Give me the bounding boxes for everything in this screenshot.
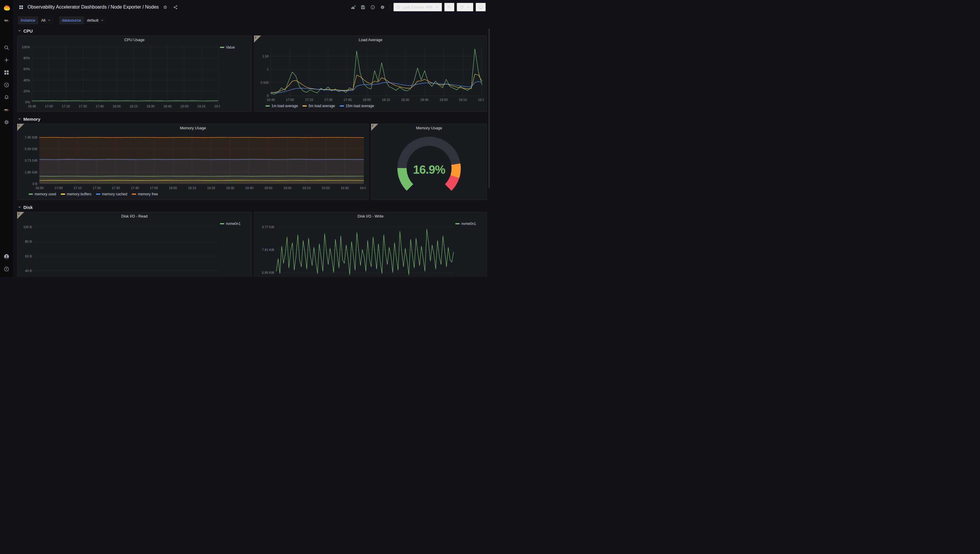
panel-info-corner[interactable]: i (254, 35, 261, 43)
svg-text:?: ? (6, 268, 7, 270)
legend-item[interactable]: 15m load average (340, 104, 374, 108)
panel-info-corner[interactable]: i (17, 124, 24, 131)
svg-text:60 B: 60 B (25, 254, 32, 258)
svg-text:18:45: 18:45 (163, 104, 172, 108)
breadcrumb-path[interactable]: / Node Exporter / Nodes (108, 5, 159, 10)
legend-item[interactable]: 5m load average (302, 104, 335, 108)
chevron-down-icon (18, 29, 21, 32)
create-icon[interactable] (1, 55, 12, 65)
svg-text:17:40: 17:40 (131, 186, 139, 190)
memory-usage-legend: memory usedmemory buffersmemory cachedme… (21, 191, 366, 197)
settings-icon[interactable] (379, 3, 387, 11)
add-panel-icon[interactable] (350, 3, 357, 11)
aws-plugin-icon[interactable]: aws (1, 104, 12, 115)
svg-text:18:10: 18:10 (188, 186, 196, 190)
chevron-down-icon (466, 5, 471, 10)
svg-text:19:10: 19:10 (302, 186, 311, 190)
clock-icon (396, 5, 401, 10)
panel-memory-usage-gauge: i Memory Usage 16.9% (371, 124, 487, 200)
load-average-chart[interactable]: 00.50011.5016:4517:0017:1517:3017:4518:0… (257, 45, 484, 103)
variable-instance-value[interactable]: All (38, 16, 54, 24)
svg-text:18:30: 18:30 (146, 104, 155, 108)
legend-item[interactable]: nvme0n1 (220, 222, 248, 226)
dashboards-icon[interactable] (1, 67, 12, 78)
tv-mode-button[interactable] (476, 3, 486, 11)
panel-title[interactable]: Disk I/O - Read (18, 214, 251, 219)
legend-item[interactable]: 1m load average (266, 104, 298, 108)
disk-read-chart[interactable]: 0 B20 B40 B60 B80 B100 B (21, 221, 220, 277)
grafana-logo[interactable] (1, 3, 12, 13)
timezone-label: UTC (426, 5, 433, 9)
legend-swatch (132, 193, 136, 195)
cpu-usage-legend: Value (220, 45, 248, 109)
explore-icon[interactable] (1, 80, 12, 90)
panel-cpu-usage: CPU Usage 0%20%40%60%80%100%16:4517:0017… (17, 35, 251, 112)
cpu-usage-chart[interactable]: 0%20%40%60%80%100%16:4517:0017:1517:3017… (21, 45, 220, 109)
panel-title[interactable]: Disk I/O - Write (254, 214, 487, 219)
legend-label: memory cached (102, 192, 127, 196)
panel-info-corner[interactable]: i (17, 212, 24, 219)
zoom-out-button[interactable] (444, 3, 455, 11)
share-icon[interactable] (172, 3, 180, 11)
svg-text:18:00: 18:00 (363, 98, 371, 102)
panel-info-corner[interactable]: i (371, 124, 378, 131)
legend-swatch (220, 47, 224, 48)
svg-text:19:30: 19:30 (478, 98, 484, 102)
time-range-picker[interactable]: Last 3 hours UTC (393, 3, 442, 11)
row-disk[interactable]: Disk (13, 203, 490, 212)
search-icon[interactable] (1, 42, 12, 53)
legend-label: memory buffers (67, 192, 91, 196)
memory-usage-gauge[interactable]: 16.9% (374, 133, 484, 197)
scrollbar-thumb[interactable] (488, 29, 490, 188)
user-avatar[interactable] (1, 251, 12, 262)
memory-usage-chart[interactable]: 0 B1.86 GiB3.73 GiB5.59 GiB7.45 GiB16:50… (21, 133, 366, 191)
legend-swatch (61, 193, 65, 195)
svg-text:17:10: 17:10 (74, 186, 82, 190)
disk-write-chart[interactable]: 3.91 KiB5.86 KiB7.81 KiB9.77 KiB (257, 221, 455, 277)
star-icon[interactable] (161, 3, 169, 11)
refresh-button[interactable] (457, 3, 473, 11)
legend-label: nvme0n1 (461, 222, 476, 226)
legend-item[interactable]: memory used (29, 192, 56, 196)
panel-title[interactable]: CPU Usage (18, 38, 251, 42)
row-cpu[interactable]: CPU (13, 26, 490, 35)
breadcrumb[interactable]: Observability Accelerator Dashboards / N… (27, 5, 159, 10)
svg-text:16:45: 16:45 (28, 104, 36, 108)
svg-text:17:00: 17:00 (45, 104, 53, 108)
chevron-down-icon (18, 205, 21, 209)
row-disk-label: Disk (23, 205, 33, 210)
scrollbar[interactable] (488, 0, 490, 277)
svg-text:19:30: 19:30 (214, 104, 220, 108)
variable-datasource-value[interactable]: default (84, 16, 107, 24)
legend-item[interactable]: nvme0n1 (455, 222, 484, 226)
chevron-down-icon (100, 19, 104, 22)
svg-text:aws: aws (5, 109, 8, 110)
toolbar-divider (390, 4, 390, 10)
legend-item[interactable]: Value (220, 45, 248, 49)
info-icon[interactable] (369, 3, 377, 11)
svg-text:16:45: 16:45 (267, 98, 275, 102)
alerting-icon[interactable] (1, 92, 12, 103)
aws-logo[interactable]: aws (1, 15, 12, 26)
svg-text:19:40: 19:40 (360, 186, 366, 190)
svg-text:17:30: 17:30 (325, 98, 332, 102)
main-content: Observability Accelerator Dashboards / N… (13, 0, 490, 277)
svg-text:0.500: 0.500 (261, 81, 269, 85)
panel-title[interactable]: Load Average (254, 38, 487, 42)
save-icon[interactable] (359, 3, 367, 11)
svg-text:40 B: 40 B (25, 269, 32, 273)
help-icon[interactable]: ? (1, 264, 12, 275)
chevron-down-icon (435, 5, 439, 10)
panel-title[interactable]: Memory Usage (18, 126, 369, 130)
panel-title[interactable]: Memory Usage (371, 126, 487, 130)
configuration-icon[interactable] (1, 117, 12, 128)
svg-text:aws: aws (5, 19, 8, 21)
legend-item[interactable]: memory cached (96, 192, 127, 196)
legend-swatch (302, 105, 307, 107)
apps-grid-icon[interactable] (17, 3, 25, 11)
legend-item[interactable]: memory free (132, 192, 158, 196)
legend-item[interactable]: memory buffers (61, 192, 91, 196)
breadcrumb-root[interactable]: Observability Accelerator Dashboards (27, 5, 107, 10)
row-memory[interactable]: Memory (13, 114, 490, 124)
svg-text:17:20: 17:20 (92, 186, 101, 190)
